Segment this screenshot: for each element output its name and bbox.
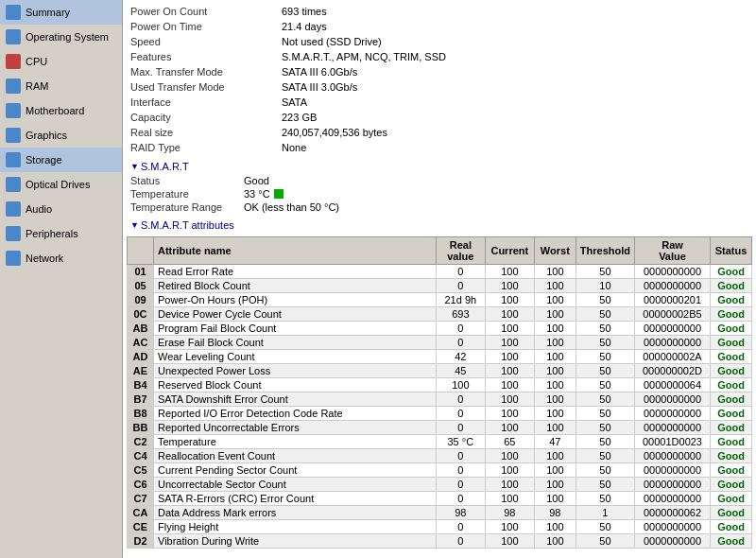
real-size-row: Real size 240,057,409,536 bytes <box>127 125 752 140</box>
device-info-section: Power On Count 693 times Power On Time 2… <box>127 4 752 155</box>
sidebar-item-label: Audio <box>26 203 52 215</box>
audio-icon <box>6 201 21 217</box>
max-transfer-label: Max. Transfer Mode <box>127 64 278 79</box>
used-transfer-value: SATA III 3.0Gb/s <box>278 79 357 95</box>
raid-type-label: RAID Type <box>127 140 278 155</box>
table-row: B7SATA Downshift Error Count010010050000… <box>128 392 752 407</box>
sidebar-item-motherboard[interactable]: Motherboard <box>0 98 122 123</box>
smart-temp-range-value: OK (less than 50 °C) <box>244 201 339 213</box>
table-row: ADWear Leveling Count4210010050000000002… <box>128 350 752 364</box>
sidebar-item-audio[interactable]: Audio <box>0 197 122 221</box>
smart-temperature-row: Temperature 33 °C <box>127 187 752 201</box>
table-row: CAData Address Mark errors98989810000000… <box>128 506 752 520</box>
raid-type-row: RAID Type None <box>127 140 752 155</box>
smart-temperature-text: 33 °C <box>244 188 270 200</box>
power-on-time-label: Power On Time <box>127 19 278 34</box>
sidebar-item-optical-drives[interactable]: Optical Drives <box>0 172 122 197</box>
table-row: BBReported Uncorrectable Errors010010050… <box>128 421 752 435</box>
col-header-id <box>128 237 154 265</box>
smart-status-label: Status <box>130 175 244 186</box>
sidebar-item-network[interactable]: Network <box>0 246 122 270</box>
smart-status-row: Status Good <box>127 174 752 187</box>
power-on-time-row: Power On Time 21.4 days <box>127 19 752 34</box>
speed-label: Speed <box>127 34 278 49</box>
table-row: B4Reserved Block Count100100100500000000… <box>128 378 752 392</box>
power-on-count-row: Power On Count 693 times <box>127 4 752 19</box>
optical-drives-icon <box>6 177 21 192</box>
sidebar: SummaryOperating SystemCPURAMMotherboard… <box>0 0 123 558</box>
sidebar-item-cpu[interactable]: CPU <box>0 49 122 74</box>
table-row: 01Read Error Rate0100100500000000000Good <box>128 265 752 279</box>
smart-temp-range-label: Temperature Range <box>130 201 244 213</box>
smart-status-text: Good <box>244 175 269 186</box>
interface-label: Interface <box>127 95 278 110</box>
table-row: C6Uncorrectable Sector Count010010050000… <box>128 478 752 492</box>
used-transfer-label: Used Transfer Mode <box>127 79 278 95</box>
storage-icon <box>6 152 21 167</box>
smart-temperature-value: 33 °C <box>244 188 284 200</box>
smart-attributes-header[interactable]: S.M.A.R.T attributes <box>127 218 752 233</box>
used-transfer-row: Used Transfer Mode SATA III 3.0Gb/s <box>127 79 752 95</box>
col-header-status: Status <box>711 237 752 265</box>
sidebar-item-ram[interactable]: RAM <box>0 74 122 98</box>
power-on-count-value: 693 times <box>278 4 327 19</box>
sidebar-item-summary[interactable]: Summary <box>0 0 122 25</box>
smart-attributes-label: S.M.A.R.T attributes <box>141 219 234 231</box>
smart-attributes-table-wrapper: Attribute name Realvalue Current Worst T… <box>127 236 752 549</box>
power-on-time-value: 21.4 days <box>278 19 327 34</box>
col-header-raw-value: RawValue <box>635 237 711 265</box>
max-transfer-value: SATA III 6.0Gb/s <box>278 64 357 79</box>
sidebar-item-label: Storage <box>26 154 62 166</box>
sidebar-item-label: Summary <box>26 7 70 18</box>
features-label: Features <box>127 49 278 64</box>
capacity-value: 223 GB <box>278 110 317 125</box>
sidebar-item-graphics[interactable]: Graphics <box>0 123 122 148</box>
table-row: C4Reallocation Event Count01001005000000… <box>128 449 752 463</box>
power-on-count-label: Power On Count <box>127 4 278 19</box>
real-size-value: 240,057,409,536 bytes <box>278 125 387 140</box>
speed-value: Not used (SSD Drive) <box>278 34 382 49</box>
network-icon <box>6 251 21 266</box>
col-header-threshold: Threshold <box>576 237 634 265</box>
table-row: ACErase Fail Block Count0100100500000000… <box>128 336 752 350</box>
temp-indicator <box>274 189 284 199</box>
table-row: B8Reported I/O Error Detection Code Rate… <box>128 407 752 421</box>
smart-section-label: S.M.A.R.T <box>141 161 189 172</box>
smart-status-value: Good <box>244 175 269 186</box>
sidebar-item-label: Graphics <box>26 130 67 141</box>
peripherals-icon <box>6 226 21 241</box>
sidebar-item-label: Network <box>26 253 63 264</box>
graphics-icon <box>6 128 21 143</box>
sidebar-item-label: Operating System <box>26 31 109 43</box>
table-row: ABProgram Fail Block Count01001005000000… <box>128 322 752 336</box>
table-row: AEUnexpected Power Loss45100100500000000… <box>128 364 752 378</box>
features-value: S.M.A.R.T., APM, NCQ, TRIM, SSD <box>278 49 446 64</box>
main-content: Power On Count 693 times Power On Time 2… <box>123 0 756 558</box>
max-transfer-row: Max. Transfer Mode SATA III 6.0Gb/s <box>127 64 752 79</box>
speed-row: Speed Not used (SSD Drive) <box>127 34 752 49</box>
table-row: 09Power-On Hours (POH)21d 9h100100500000… <box>128 293 752 307</box>
ram-icon <box>6 78 21 94</box>
col-header-current: Current <box>485 237 534 265</box>
motherboard-icon <box>6 103 21 118</box>
smart-temp-range-row: Temperature Range OK (less than 50 °C) <box>127 201 752 214</box>
features-row: Features S.M.A.R.T., APM, NCQ, TRIM, SSD <box>127 49 752 64</box>
col-header-worst: Worst <box>534 237 576 265</box>
table-row: C5Current Pending Sector Count0100100500… <box>128 463 752 478</box>
interface-value: SATA <box>278 95 307 110</box>
smart-section-header[interactable]: S.M.A.R.T <box>127 159 752 174</box>
sidebar-item-label: Peripherals <box>26 228 78 239</box>
sidebar-item-label: CPU <box>26 56 47 67</box>
sidebar-item-peripherals[interactable]: Peripherals <box>0 221 122 246</box>
interface-row: Interface SATA <box>127 95 752 110</box>
table-row: 0CDevice Power Cycle Count69310010050000… <box>128 307 752 322</box>
capacity-row: Capacity 223 GB <box>127 110 752 125</box>
table-row: D2Vibration During Write0100100500000000… <box>128 534 752 549</box>
sidebar-item-operating-system[interactable]: Operating System <box>0 25 122 49</box>
capacity-label: Capacity <box>127 110 278 125</box>
cpu-icon <box>6 54 21 69</box>
sidebar-item-label: RAM <box>26 80 48 92</box>
sidebar-item-storage[interactable]: Storage <box>0 148 122 172</box>
smart-attributes-table: Attribute name Realvalue Current Worst T… <box>127 236 752 549</box>
sidebar-item-label: Motherboard <box>26 105 84 116</box>
